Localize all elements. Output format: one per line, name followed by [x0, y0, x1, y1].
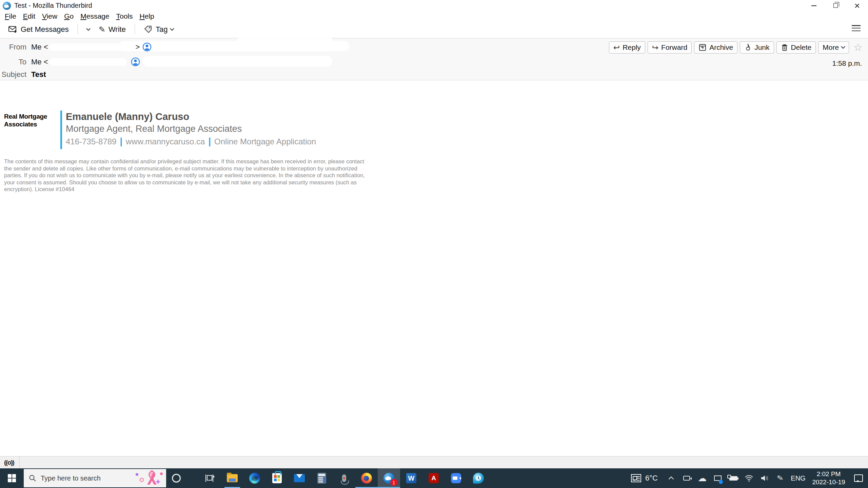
status-bar: ((o)): [0, 456, 868, 468]
voice-recorder-button[interactable]: [333, 468, 355, 488]
language-indicator[interactable]: ENG: [788, 468, 808, 488]
sync-tray-button[interactable]: [710, 468, 726, 488]
onedrive-cloud-icon: ☁: [698, 474, 707, 483]
menu-tools[interactable]: Tools: [114, 12, 137, 21]
menu-file[interactable]: File: [3, 12, 21, 21]
contact-icon[interactable]: [131, 57, 140, 66]
word-button[interactable]: W: [400, 468, 422, 488]
acrobat-button[interactable]: A: [422, 468, 445, 488]
from-label: From: [0, 43, 26, 52]
taskbar-search[interactable]: [24, 469, 166, 487]
signature-website: www.mannycaruso.ca: [126, 137, 205, 146]
to-value: Me <: [31, 58, 48, 66]
menu-edit[interactable]: Edit: [21, 12, 40, 21]
title-bar: Test - Mozilla Thunderbird: [0, 0, 868, 11]
action-center-button[interactable]: [849, 468, 868, 488]
to-row: To Me <: [0, 57, 140, 66]
from-value: Me <: [31, 43, 48, 52]
task-view-button[interactable]: [199, 468, 221, 488]
taskbar-clock[interactable]: 2:02 PM 2022-10-19: [808, 470, 849, 486]
zoom-app-button[interactable]: [445, 468, 467, 488]
more-label: More: [823, 43, 839, 52]
disclaimer-line: the sender and delete all copies. Like o…: [4, 165, 365, 172]
mail-app-button[interactable]: [288, 468, 311, 488]
write-label: Write: [108, 25, 126, 34]
chevron-down-icon: [86, 26, 91, 31]
mail-icon: [294, 474, 305, 482]
onedrive-button[interactable]: ☁: [694, 468, 710, 488]
close-button[interactable]: [846, 0, 868, 11]
disclaimer-line: parties. If you do not wish us to commun…: [4, 172, 365, 179]
windows-logo-icon: [8, 474, 16, 482]
logo-line1: Real Mortgage: [4, 113, 47, 120]
reply-button[interactable]: ↩ Reply: [609, 41, 645, 54]
volume-button[interactable]: [757, 468, 772, 488]
tray-overflow-button[interactable]: [663, 468, 679, 488]
pipe-separator: |: [208, 136, 211, 147]
edge-button[interactable]: [243, 468, 266, 488]
archive-button[interactable]: Archive: [694, 41, 737, 54]
pen-icon: ✎: [776, 474, 784, 483]
pen-settings-button[interactable]: ✎: [772, 468, 788, 488]
star-flag-icon[interactable]: ☆: [853, 42, 863, 53]
subject-label: Subject: [0, 70, 26, 79]
awareness-ribbon-icon: [133, 470, 163, 487]
menu-message[interactable]: Message: [78, 12, 114, 21]
redaction-smudge: [237, 36, 332, 44]
search-input[interactable]: [40, 474, 132, 483]
menu-go[interactable]: Go: [62, 12, 78, 21]
clock-app-button[interactable]: [467, 468, 490, 488]
weather-temperature: 6°C: [645, 474, 658, 483]
write-button[interactable]: ✎ Write: [96, 23, 129, 36]
file-explorer-button[interactable]: [221, 468, 243, 488]
network-button[interactable]: [741, 468, 757, 488]
junk-flame-icon: [744, 43, 752, 52]
restore-button[interactable]: [825, 0, 846, 11]
disclaimer-line: your consent is assumed. Should you choo…: [4, 179, 365, 186]
pencil-icon: ✎: [99, 26, 105, 34]
firefox-button[interactable]: [355, 468, 378, 488]
message-time: 1:58 p.m.: [832, 59, 862, 67]
notification-dot: [719, 480, 723, 484]
start-button[interactable]: [0, 468, 24, 488]
file-explorer-icon: [227, 474, 238, 482]
message-body: Real Mortgage Associates Emanuele (Manny…: [0, 81, 868, 456]
store-icon: [272, 473, 282, 483]
logo-line2: Associates: [4, 120, 47, 128]
junk-button[interactable]: Junk: [740, 41, 774, 54]
microsoft-store-button[interactable]: [266, 468, 288, 488]
menu-view[interactable]: View: [40, 12, 62, 21]
disclaimer-line: encryption). License #10464: [4, 186, 365, 193]
message-header: From Me < > To Me < Subject Test: [0, 38, 868, 80]
get-messages-dropdown[interactable]: [84, 27, 93, 32]
weather-widget[interactable]: 6°C: [626, 468, 663, 488]
redaction-smudge: [142, 56, 332, 67]
cortana-icon: [172, 474, 181, 483]
app-menu-button[interactable]: [852, 24, 861, 32]
menu-help[interactable]: Help: [137, 12, 159, 21]
thunderbird-taskbar-button[interactable]: 1: [378, 468, 400, 488]
acrobat-icon: A: [429, 473, 439, 483]
meet-now-button[interactable]: [679, 468, 694, 488]
more-button[interactable]: More: [818, 41, 849, 54]
signature-phone: 416-735-8789: [66, 137, 116, 146]
redacted-email: [50, 43, 134, 51]
calculator-button[interactable]: [311, 468, 333, 488]
thunderbird-window: Test - Mozilla Thunderbird File Edit Vie…: [0, 0, 868, 488]
word-icon: W: [406, 473, 416, 483]
archive-label: Archive: [709, 43, 733, 52]
email-disclaimer: The contents of this message may contain…: [4, 158, 365, 193]
contact-icon[interactable]: [142, 42, 152, 52]
battery-button[interactable]: [726, 468, 741, 488]
archive-icon: [698, 43, 707, 52]
clock-date: 2022-10-19: [812, 478, 845, 486]
speaker-icon: [760, 474, 769, 482]
forward-button[interactable]: ↪ Forward: [648, 41, 692, 54]
minimize-button[interactable]: [803, 0, 825, 11]
toolbar-separator: [135, 24, 135, 35]
cortana-button[interactable]: [166, 468, 186, 488]
delete-button[interactable]: Delete: [776, 41, 816, 54]
get-messages-button[interactable]: Get Messages: [5, 23, 72, 36]
tag-button[interactable]: Tag: [141, 23, 176, 36]
chevron-down-icon: [841, 44, 845, 49]
